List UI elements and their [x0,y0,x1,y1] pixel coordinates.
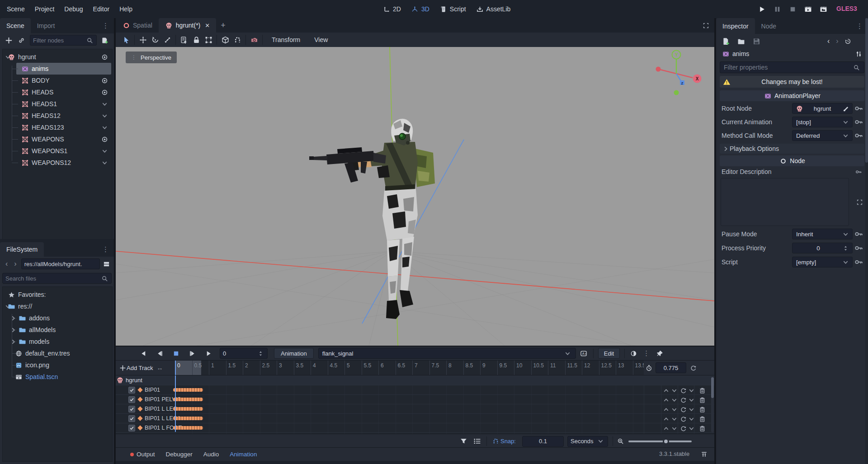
track-loop-wrap-icon[interactable] [679,405,687,413]
inspector-scrollbar[interactable] [865,18,868,464]
menu-debug[interactable]: Debug [59,5,88,13]
filesystem-row[interactable]: models [3,336,112,347]
track-update-down-icon[interactable] [670,405,678,413]
track-root-row[interactable]: hgrunt [116,375,714,385]
pin-animation-icon[interactable] [656,349,664,357]
rotate-tool-icon[interactable] [151,36,159,44]
filesystem-row[interactable]: allModels [3,324,112,336]
key-icon[interactable] [854,257,863,267]
fs-path[interactable]: res://allModels/hgrunt. [21,258,100,269]
key-icon[interactable] [854,103,863,114]
fs-search-input[interactable]: Search files [2,273,112,284]
pause-icon[interactable] [773,5,781,13]
menu-help[interactable]: Help [114,5,137,13]
scene-tree-row[interactable]: WEAPONS12 [3,157,112,169]
property-value[interactable]: [empty] [792,257,853,267]
anim-stop-icon[interactable] [172,349,180,357]
fs-split-view-icon[interactable] [103,260,111,268]
play-icon[interactable] [758,5,766,13]
viewport-3d[interactable]: ⋮ Perspective X Y Z [116,47,714,346]
anim-position-spinbox[interactable]: 0 [220,348,268,359]
animation-menu-button[interactable]: Animation [274,348,314,359]
tab-node[interactable]: Node [755,18,783,34]
anim-play-icon[interactable] [204,349,212,357]
scene-tree-row[interactable]: hgrunt [3,51,112,63]
property-value[interactable]: Deferred [792,130,853,141]
animation-track-row[interactable]: BIP01 PELVIS [116,395,714,404]
keyframes-strip[interactable] [173,426,203,430]
delete-track-icon[interactable] [698,424,706,432]
property-value[interactable]: [stop] [792,117,853,127]
add-track-button[interactable]: Add Track [127,365,153,371]
scene-tree-row[interactable]: anims [3,63,112,75]
list-select-icon[interactable] [180,36,188,44]
changes-warning[interactable]: Changes may be lost! [720,76,864,88]
object-history-icon[interactable] [844,37,852,45]
clear-root-icon[interactable] [841,104,849,112]
onion-options-icon[interactable]: ⋮ [643,349,650,357]
animation-track-row[interactable]: BIP01 [116,385,714,395]
fs-back-icon[interactable]: ‹ [5,260,8,268]
load-resource-icon[interactable] [737,37,745,45]
filesystem-row[interactable]: icon.png [3,359,112,371]
save-resource-icon[interactable] [752,37,760,45]
keyframes-strip[interactable] [173,388,203,392]
track-loop-down-icon[interactable] [687,424,695,432]
track-update-up-icon[interactable] [662,396,670,404]
onion-skinning-icon[interactable] [629,349,637,357]
track-update-up-icon[interactable] [662,386,670,394]
key-icon[interactable] [854,130,863,141]
scene-tab-Spatial[interactable]: Spatial [116,18,159,33]
loop-animation-icon[interactable] [689,364,697,372]
filesystem-row[interactable]: res:// [3,300,112,312]
track-update-down-icon[interactable] [670,424,678,432]
inspector-menu-icon[interactable]: ⋮ [856,22,863,30]
select-tool-icon[interactable] [122,36,130,44]
spinner-icon[interactable] [841,244,849,252]
timeline-ruler[interactable]: Add Track ↔ 0 0.5 1 1.5 2 2.5 3 3.5 4 4.… [116,360,714,375]
key-icon[interactable] [854,243,863,253]
left-dock-splitter[interactable] [0,239,114,242]
track-loop-down-icon[interactable] [687,396,695,404]
move-tool-icon[interactable] [139,36,147,44]
scene-dock-menu-icon[interactable]: ⋮ [102,22,109,30]
spinner-icon[interactable] [256,349,264,357]
class-section-header[interactable]: AnimationPlayer [720,90,864,101]
visibility-eye-icon[interactable] [100,135,108,143]
group-icon[interactable] [204,36,212,44]
local-space-icon[interactable] [221,36,229,44]
tab-scene[interactable]: Scene [0,18,31,33]
track-loop-wrap-icon[interactable] [679,415,687,423]
expander-right-icon[interactable] [9,337,17,346]
scene-tree-row[interactable]: BODY [3,75,112,86]
view-axes-gizmo[interactable]: X Y Z [647,49,706,103]
track-update-down-icon[interactable] [670,396,678,404]
chevron-down-icon[interactable] [100,147,108,155]
track-update-down-icon[interactable] [670,386,678,394]
delete-track-icon[interactable] [698,415,706,423]
track-loop-wrap-icon[interactable] [679,386,687,394]
track-update-up-icon[interactable] [662,405,670,413]
add-node-icon[interactable] [5,36,13,44]
autoplay-on-load-icon[interactable]: A [580,349,589,357]
add-track-plus-icon[interactable] [118,364,127,372]
chevron-down-icon[interactable] [841,118,849,126]
bottom-tab-debugger[interactable]: Debugger [160,451,198,458]
play-custom-scene-icon[interactable] [819,5,827,13]
snap-value-field[interactable]: 0.1 [522,436,564,447]
bottom-tab-output[interactable]: Output [125,451,160,458]
filter-tracks-icon[interactable] [459,437,467,445]
filesystem-menu-icon[interactable]: ⋮ [102,245,109,253]
extra-resources-icon[interactable] [854,50,863,58]
animation-track-row[interactable]: BIP01 L FOOT [116,423,714,433]
track-enabled-checkbox[interactable] [128,406,135,412]
chevron-down-icon[interactable] [100,159,108,167]
playback-options-section[interactable]: Playback Options [720,144,864,154]
playhead[interactable] [175,361,176,375]
grouped-tracks-icon[interactable] [473,437,481,445]
play-start-icon[interactable] [156,349,164,357]
visibility-eye-icon[interactable] [100,76,108,84]
anim-length-field[interactable]: 0.775 [656,362,686,373]
filter-properties-input[interactable]: Filter properties [720,61,864,73]
tab-import[interactable]: Import [31,18,61,33]
